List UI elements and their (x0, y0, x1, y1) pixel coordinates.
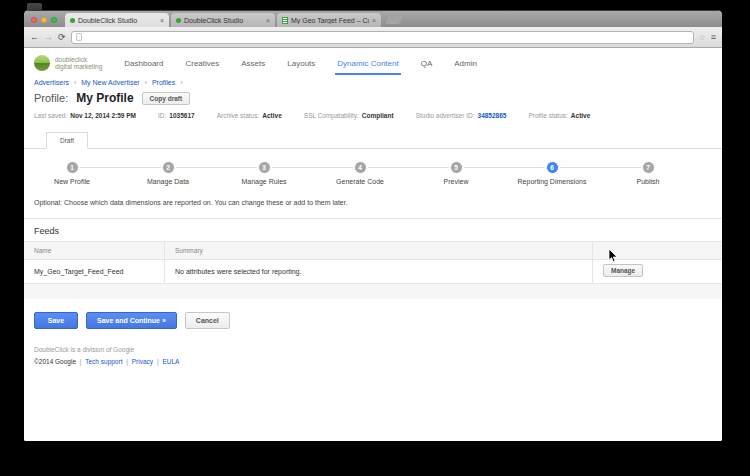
browser-tab-strip: DoubleClick Studio × DoubleClick Studio … (24, 10, 722, 27)
screenshot-stage: DoubleClick Studio × DoubleClick Studio … (0, 0, 750, 476)
profile-meta-row: Last saved:Nov 12, 2014 2:59 PM ID:10356… (24, 108, 722, 127)
close-icon[interactable]: × (372, 17, 376, 24)
page-footer: DoubleClick is a division of Google ©201… (24, 342, 722, 369)
nav-item-qa[interactable]: QA (421, 48, 433, 78)
tab-title: DoubleClick Studio (184, 17, 263, 24)
feed-name-cell: My_Geo_Target_Feed_Feed (24, 260, 164, 284)
nav-item-layouts[interactable]: Layouts (287, 48, 315, 78)
footer-link-tech-support[interactable]: Tech support (85, 358, 122, 365)
page-icon (76, 33, 82, 41)
meta-profile-status: Profile status:Active (528, 112, 590, 119)
feed-summary-cell: No attributes were selected for reportin… (164, 260, 592, 284)
profile-title-label: Profile: (34, 92, 68, 104)
browser-tab-doubleclick-studio-2[interactable]: DoubleClick Studio × (171, 13, 275, 27)
new-tab-button[interactable] (385, 16, 403, 24)
nav-item-admin[interactable]: Admin (454, 48, 477, 78)
doubleclick-favicon-icon (70, 18, 75, 23)
bookmark-star-icon[interactable]: ☆ (699, 33, 706, 42)
step-new-profile[interactable]: 1 New Profile (24, 161, 120, 185)
mouse-cursor (608, 249, 618, 263)
cancel-button[interactable]: Cancel (185, 312, 230, 329)
nav-item-dynamic-content[interactable]: Dynamic Content (337, 48, 398, 78)
reload-icon[interactable]: ⟳ (58, 33, 66, 42)
breadcrumb-separator: › (180, 79, 182, 86)
meta-id: ID:1035617 (158, 112, 195, 119)
browser-tab-doubleclick-studio-1[interactable]: DoubleClick Studio × (65, 13, 169, 27)
doubleclick-favicon-icon (176, 18, 181, 23)
meta-archive-status: Archive status:Active (217, 112, 282, 119)
feeds-heading: Feeds (24, 219, 722, 241)
logo-text: doubleclick digital marketing (55, 56, 102, 71)
step-generate-code[interactable]: 4 Generate Code (312, 161, 408, 185)
page-content: doubleclick digital marketing Dashboard … (24, 48, 722, 441)
window-controls (31, 17, 57, 23)
browser-toolbar: ← → ⟳ ☆ ≡ (24, 27, 722, 48)
footer-link-privacy[interactable]: Privacy (132, 358, 153, 365)
profile-title-name: My Profile (76, 91, 133, 105)
save-button[interactable]: Save (34, 312, 78, 329)
meta-studio-advertiser-id: Studio advertiser ID:34852865 (416, 112, 507, 119)
footer-links-row: ©2014 Google | Tech support | Privacy | … (34, 358, 712, 365)
tab-draft[interactable]: Draft (46, 132, 88, 149)
close-icon[interactable]: × (160, 17, 164, 24)
tab-title: My Geo Target Feed – Co… (291, 17, 369, 24)
nav-item-creatives[interactable]: Creatives (185, 48, 219, 78)
close-icon[interactable]: × (266, 17, 270, 24)
back-icon[interactable]: ← (30, 33, 39, 42)
browser-tab-geo-target-feed[interactable]: My Geo Target Feed – Co… × (277, 13, 381, 27)
profile-title-row: Profile: My Profile Copy draft (24, 89, 722, 108)
step-preview[interactable]: 5 Preview (408, 161, 504, 185)
nav-item-assets[interactable]: Assets (241, 48, 265, 78)
footer-copyright: ©2014 Google (34, 358, 76, 365)
breadcrumb-profiles[interactable]: Profiles (152, 79, 175, 86)
close-window-button[interactable] (31, 17, 37, 23)
column-header-summary: Summary (164, 241, 592, 260)
meta-ssl-compatability: SSL Compatability:Compliant (304, 112, 394, 119)
save-and-continue-button[interactable]: Save and Continue » (86, 312, 177, 329)
section-footer-band (24, 284, 722, 299)
chrome-menu-icon[interactable]: ≡ (711, 32, 716, 42)
step-publish[interactable]: 7 Publish (600, 161, 696, 185)
manage-button[interactable]: Manage (603, 264, 643, 277)
feed-action-cell: Manage (592, 260, 722, 284)
wizard-stepper: 1 New Profile 2 Manage Data 3 Manage Rul… (24, 149, 722, 191)
forward-icon: → (44, 33, 53, 42)
address-bar[interactable] (71, 31, 694, 44)
meta-last-saved: Last saved:Nov 12, 2014 2:59 PM (34, 112, 136, 119)
optional-helper-text: Optional: Choose which data dimensions a… (24, 191, 722, 218)
breadcrumb-separator: › (145, 79, 147, 86)
browser-window: DoubleClick Studio × DoubleClick Studio … (24, 10, 722, 441)
footer-tagline: DoubleClick is a division of Google (34, 346, 712, 353)
draft-tab-row: Draft (24, 132, 722, 149)
studio-advertiser-id-link[interactable]: 34852865 (478, 112, 507, 119)
breadcrumb-my-new-advertiser[interactable]: My New Advertiser (81, 79, 139, 86)
main-nav: Dashboard Creatives Assets Layouts Dynam… (124, 48, 477, 78)
doubleclick-logo: doubleclick digital marketing (34, 55, 102, 71)
doubleclick-logo-icon (34, 55, 50, 71)
spreadsheet-favicon-icon (282, 17, 288, 24)
tab-title: DoubleClick Studio (78, 17, 157, 24)
copy-draft-button[interactable]: Copy draft (142, 92, 191, 105)
footer-link-eula[interactable]: EULA (162, 358, 179, 365)
breadcrumb: Advertisers › My New Advertiser › Profil… (24, 78, 722, 89)
breadcrumb-separator: › (74, 79, 76, 86)
step-manage-data[interactable]: 2 Manage Data (120, 161, 216, 185)
breadcrumb-advertisers[interactable]: Advertisers (34, 79, 69, 86)
minimize-window-button[interactable] (41, 17, 47, 23)
zoom-window-button[interactable] (51, 17, 57, 23)
column-header-name: Name (24, 241, 164, 260)
step-manage-rules[interactable]: 3 Manage Rules (216, 161, 312, 185)
form-actions: Save Save and Continue » Cancel (24, 299, 722, 342)
step-reporting-dimensions[interactable]: 6 Reporting Dimensions (504, 161, 600, 185)
app-header: doubleclick digital marketing Dashboard … (24, 48, 722, 78)
nav-item-dashboard[interactable]: Dashboard (124, 48, 163, 78)
